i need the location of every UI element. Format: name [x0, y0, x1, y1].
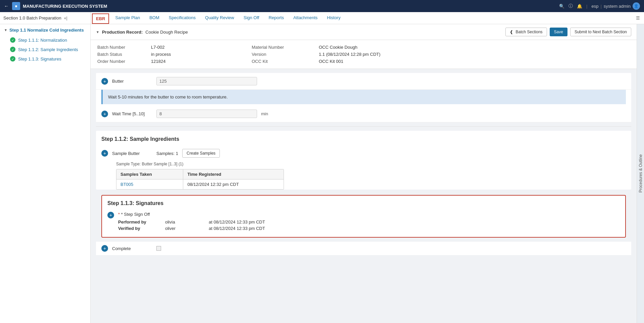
wait-time-unit: min	[261, 111, 268, 116]
sidebar-item-label-normalization: Step 1.1.1: Normalization	[18, 38, 67, 43]
app-logo: ■ MANUFACTURING EXECUTION SYSTEM	[12, 2, 107, 10]
batch-sections-icon: ❰	[510, 30, 513, 34]
tab-nav: EBR Sample Plan BOM Specifications Quali…	[91, 12, 632, 24]
top-bar-actions: 🔍 ⓘ 🔔 | esp | system admin 👤	[559, 2, 640, 10]
complete-expand-icon[interactable]: +	[101, 245, 108, 252]
lang-label: esp	[591, 4, 598, 9]
batch-number-value: L7-002	[151, 45, 252, 50]
sig-details: Performed by olivia at 08/12/2024 12:33 …	[118, 219, 620, 231]
section-title: Section 1.0 Batch Preparation	[3, 15, 61, 21]
signatures-section: Step 1.1.3: Signatures + * * Step Sign O…	[101, 195, 626, 238]
sidebar-step-header[interactable]: ▼ Step 1.1 Normalize Cold Ingredients	[0, 24, 90, 35]
sign-off-label: * Step Sign Off	[121, 212, 150, 217]
back-arrow-icon[interactable]: ←	[4, 3, 9, 9]
samples-taken-header: Samples Taken	[116, 169, 183, 179]
sidebar-item-normalization[interactable]: ✓ Step 1.1.1: Normalization	[10, 35, 90, 45]
procedures-label: Procedures & Outline	[638, 154, 643, 193]
section-title-area: Section 1.0 Batch Preparation «|	[0, 12, 91, 24]
sig-content: * * Step Sign Off Performed by olivia at…	[118, 212, 620, 231]
prod-header-actions: ❰ Batch Sections Save Submit to Next Bat…	[505, 28, 631, 36]
wait-time-input[interactable]	[156, 110, 257, 118]
tab-ebr[interactable]: EBR	[92, 13, 109, 24]
submit-next-batch-button[interactable]: Submit to Next Batch Section	[570, 28, 631, 36]
tab-specifications[interactable]: Specifications	[164, 12, 200, 24]
performed-by-value: olivia	[165, 219, 205, 225]
step-signatures-header: Step 1.1.3: Signatures	[107, 200, 620, 206]
butter-label: Butter	[112, 79, 152, 84]
sample-id-link[interactable]: BT005	[120, 182, 133, 187]
version-value: 1.1 (08/12/2024 12:28 pm CDT)	[319, 52, 630, 57]
batch-number-label: Batch Number	[97, 45, 151, 50]
search-icon[interactable]: 🔍	[559, 4, 564, 9]
performed-by-key: Performed by	[118, 219, 162, 225]
app-title: MANUFACTURING EXECUTION SYSTEM	[23, 4, 107, 9]
section-bar: Section 1.0 Batch Preparation «| EBR Sam…	[0, 12, 644, 24]
sidebar-step-label: Step 1.1 Normalize Cold Ingredients	[9, 28, 84, 33]
required-asterisk: *	[118, 212, 121, 217]
sidebar: ▼ Step 1.1 Normalize Cold Ingredients ✓ …	[0, 24, 91, 323]
complete-row: + Complete	[96, 242, 631, 255]
sign-off-title: * * Step Sign Off	[118, 212, 620, 217]
tab-sign-off[interactable]: Sign Off	[239, 12, 264, 24]
butter-ingredient-section: + Butter Wait 5-10 minutes for the butte…	[96, 73, 631, 122]
main-content: ▼ Production Record: Cookie Dough Recipe…	[91, 24, 637, 323]
batch-status-label: Batch Status	[97, 52, 151, 57]
signatures-row: + * * Step Sign Off Performed by olivia …	[107, 210, 620, 232]
create-samples-button[interactable]: Create Samples	[182, 149, 220, 158]
signatures-expand-icon[interactable]: +	[107, 212, 114, 218]
tab-attachments[interactable]: Attachments	[289, 12, 322, 24]
butter-expand-icon[interactable]: +	[101, 78, 108, 85]
tab-quality-review[interactable]: Quality Review	[200, 12, 239, 24]
tab-bom[interactable]: BOM	[145, 12, 164, 24]
butter-ingredient-row: + Butter	[96, 73, 631, 90]
sidebar-item-sample-ingredients[interactable]: ✓ Step 1.1.2: Sample Ingredients	[10, 45, 90, 54]
sample-ingredients-section: Step 1.1.2: Sample Ingredients + Sample …	[96, 131, 631, 190]
logo-icon: ■	[12, 2, 20, 10]
complete-label: Complete	[112, 246, 152, 251]
verified-by-value: oliver	[165, 226, 205, 231]
bell-icon[interactable]: 🔔	[577, 4, 582, 9]
material-number-value: OCC Cookie Dough	[319, 45, 630, 50]
wait-time-row: + Wait Time [5..10] min	[96, 106, 631, 122]
collapse-icon[interactable]: «|	[64, 16, 67, 21]
info-box: Wait 5-10 minutes for the butter to come…	[101, 90, 626, 104]
tab-reports[interactable]: Reports	[264, 12, 289, 24]
procedures-panel[interactable]: Procedures & Outline	[637, 24, 644, 323]
check-icon-signatures: ✓	[10, 56, 15, 62]
batch-info: Batch Number L7-002 Material Number OCC …	[91, 40, 637, 69]
production-record-header: ▼ Production Record: Cookie Dough Recipe…	[91, 24, 637, 40]
step-arrow-icon: ▼	[4, 28, 7, 32]
check-icon-normalization: ✓	[10, 37, 15, 43]
version-label: Version	[252, 52, 319, 57]
hamburger-menu-icon[interactable]: ☰	[632, 12, 644, 24]
sidebar-item-label-sample: Step 1.1.2: Sample Ingredients	[18, 47, 78, 52]
sample-expand-icon[interactable]: +	[101, 150, 108, 157]
sample-butter-label: Sample Butter	[112, 151, 152, 156]
occ-kit-value: OCC Kit 001	[319, 59, 630, 64]
tab-history[interactable]: History	[322, 12, 345, 24]
save-button[interactable]: Save	[550, 28, 567, 36]
sidebar-item-label-signatures: Step 1.1.3: Signatures	[18, 56, 61, 62]
wait-time-expand-icon[interactable]: +	[101, 111, 108, 117]
sample-type-label: Sample Type: Butter Sample [1..3] (1)	[96, 161, 631, 169]
user-avatar[interactable]: 👤	[633, 2, 640, 10]
time-registered-value: 08/12/2024 12:32 pm CDT	[183, 179, 284, 190]
performed-at-time: at 08/12/2024 12:33 pm CDT	[209, 219, 620, 225]
material-number-label: Material Number	[252, 45, 319, 50]
wait-time-label: Wait Time [5..10]	[112, 111, 152, 116]
check-icon-sample: ✓	[10, 47, 15, 52]
sample-butter-row: + Sample Butter Samples: 1 Create Sample…	[96, 146, 631, 161]
batch-sections-button[interactable]: ❰ Batch Sections	[505, 28, 547, 36]
complete-checkbox	[156, 246, 161, 251]
verified-at-time: at 08/12/2024 12:33 pm CDT	[209, 226, 620, 231]
order-number-value: 121824	[151, 59, 252, 64]
batch-status-value: in process	[151, 52, 252, 57]
step-1-1-2-header: Step 1.1.2: Sample Ingredients	[96, 131, 631, 146]
user-info: esp | system admin 👤	[591, 2, 640, 10]
help-icon[interactable]: ⓘ	[568, 3, 573, 9]
sidebar-item-signatures[interactable]: ✓ Step 1.1.3: Signatures	[10, 54, 90, 64]
prod-record-arrow-icon[interactable]: ▼	[96, 30, 99, 34]
butter-input[interactable]	[156, 77, 257, 85]
tab-sample-plan[interactable]: Sample Plan	[110, 12, 145, 24]
occ-kit-label: OCC Kit	[252, 59, 319, 64]
